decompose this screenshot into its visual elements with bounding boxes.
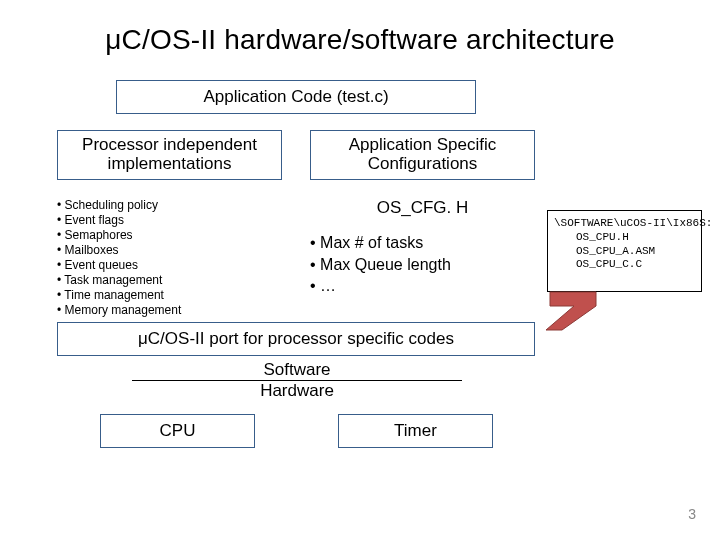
text-line: implementations xyxy=(108,154,232,173)
page-title: μC/OS-II hardware/software architecture xyxy=(36,24,684,56)
svg-marker-0 xyxy=(546,292,596,330)
list-item: Event queues xyxy=(57,258,282,273)
software-label: Software xyxy=(132,360,462,381)
box-application-code: Application Code (test.c) xyxy=(116,80,476,114)
list-item: Event flags xyxy=(57,213,282,228)
list-item: … xyxy=(310,275,535,297)
callout-files: \SOFTWARE\uCOS-II\Ix86S: OS_CPU.H OS_CPU… xyxy=(547,210,702,292)
box-timer-label: Timer xyxy=(394,421,437,441)
list-item: Semaphores xyxy=(57,228,282,243)
page-number: 3 xyxy=(688,506,696,522)
box-port: μC/OS-II port for processor specific cod… xyxy=(57,322,535,356)
list-item: Task management xyxy=(57,273,282,288)
list-item: Max # of tasks xyxy=(310,232,535,254)
box-application-specific-label: Application Specific Configurations xyxy=(349,136,496,173)
box-processor-independent: Processor independent implementations xyxy=(57,130,282,180)
implementation-list: Scheduling policy Event flags Semaphores… xyxy=(57,198,282,318)
box-cpu: CPU xyxy=(100,414,255,448)
box-application-code-label: Application Code (test.c) xyxy=(203,87,388,107)
text-line: Configurations xyxy=(368,154,478,173)
box-processor-independent-label: Processor independent implementations xyxy=(82,136,257,173)
box-application-specific: Application Specific Configurations xyxy=(310,130,535,180)
software-hardware-divider: Software Hardware xyxy=(132,360,462,400)
callout-path: \SOFTWARE\uCOS-II\Ix86S: xyxy=(554,217,697,231)
box-port-label: μC/OS-II port for processor specific cod… xyxy=(138,329,454,349)
text-line: Processor independent xyxy=(82,135,257,154)
configuration-list: Max # of tasks Max Queue length … xyxy=(310,232,535,297)
callout-file: OS_CPU_C.C xyxy=(554,258,697,272)
callout-file: OS_CPU_A.ASM xyxy=(554,245,697,259)
list-item: Scheduling policy xyxy=(57,198,282,213)
configuration-header: OS_CFG. H xyxy=(310,198,535,218)
list-item: Memory management xyxy=(57,303,282,318)
box-timer: Timer xyxy=(338,414,493,448)
box-cpu-label: CPU xyxy=(160,421,196,441)
callout-file: OS_CPU.H xyxy=(554,231,697,245)
text-line: Application Specific xyxy=(349,135,496,154)
list-item: Max Queue length xyxy=(310,254,535,276)
hardware-label: Hardware xyxy=(132,381,462,401)
list-item: Mailboxes xyxy=(57,243,282,258)
list-item: Time management xyxy=(57,288,282,303)
configuration-block: OS_CFG. H Max # of tasks Max Queue lengt… xyxy=(310,198,535,297)
callout-arrow-icon xyxy=(538,288,598,338)
